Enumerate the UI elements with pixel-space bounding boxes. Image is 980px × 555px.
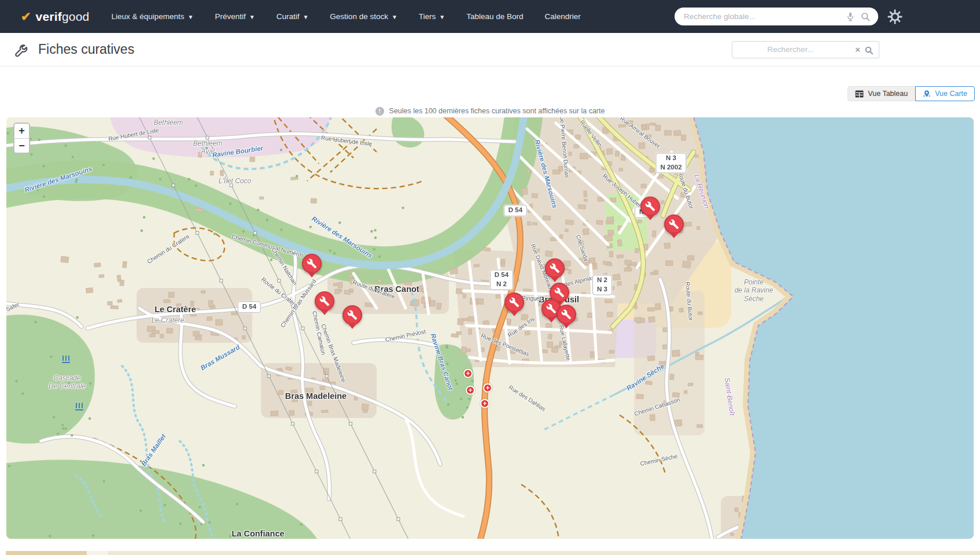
nav-item-gestion-de-stock[interactable]: Gestion de stock▼ <box>330 12 397 21</box>
map-label-street: Chemin Cabasson <box>633 397 681 418</box>
map-label-street: Route du Cratère <box>352 279 396 301</box>
map-label-street: Ruelle Vellin <box>578 119 603 149</box>
road-shield: N 3 N 2002 <box>655 153 686 173</box>
clear-search-icon[interactable]: × <box>855 45 860 55</box>
road-shield: D 54 N 2 <box>490 269 513 290</box>
map-notice: ! Seules les 100 dernières fiches curati… <box>0 106 980 116</box>
map-label-water: Bras Maillet <box>140 433 168 468</box>
table-grid-icon <box>855 90 864 98</box>
map-label-street: Chemin du Cratère <box>146 233 190 265</box>
toolbar-row: Vue Tableau Vue Carte <box>0 86 980 101</box>
fiche-curative-marker[interactable] <box>557 305 576 324</box>
map-label-locality: L'Îlet Coco <box>219 177 251 185</box>
chevron-down-icon: ▼ <box>249 14 255 20</box>
road-shield: D 54 <box>504 205 527 216</box>
fiche-curative-marker[interactable] <box>545 258 565 278</box>
road-shield: N 2 N 3 <box>592 275 612 295</box>
map-label-street: Rue des Dahlias <box>507 384 547 413</box>
hospital-icon: + <box>480 399 489 408</box>
hospital-icon: + <box>463 369 473 378</box>
map-label-street: Chemin Prévost <box>385 328 426 344</box>
global-search-input[interactable] <box>684 12 845 21</box>
map-label-town: La Confiance <box>231 529 284 539</box>
view-table-button[interactable]: Vue Tableau <box>848 86 915 101</box>
nav-item-lieux-equipements[interactable]: Lieux & équipements▼ <box>112 12 194 21</box>
logo-check-icon: ✔ <box>21 10 31 23</box>
view-map-button[interactable]: Vue Carte <box>915 86 975 101</box>
brand-logo[interactable]: ✔ verifgood <box>21 10 90 24</box>
map-label-street: Cité Sarda <box>574 234 590 262</box>
chevron-down-icon: ▼ <box>188 14 194 20</box>
fiche-curative-marker[interactable] <box>315 291 334 311</box>
map-label-street: Chemin Bras Madeleine <box>319 323 347 383</box>
top-navbar: ✔ verifgood Lieux & équipements▼Préventi… <box>0 0 980 33</box>
map-label-water: Rivière des Marsouins <box>24 165 93 195</box>
map-pin-icon <box>923 90 931 98</box>
nav-right <box>675 0 902 33</box>
map-label-water: Rivière des Marsouins <box>533 139 559 209</box>
map-label-street: Pinguet <box>522 295 541 302</box>
nav-item-label: Lieux & équipements <box>112 12 185 21</box>
nav-item-label: Tiers <box>419 12 436 21</box>
map-label-locality: Bethléem <box>154 119 183 127</box>
nav-item-curatif[interactable]: Curatif▼ <box>277 12 309 21</box>
map-container[interactable]: BethléemBethléem AvalL'Îlet CocoLe Cratè… <box>6 117 974 539</box>
map-label-street: Route du Butor <box>676 171 695 210</box>
microphone-icon[interactable] <box>845 11 856 23</box>
map-label-street: Rue Joseph Hubert <box>601 173 644 210</box>
map-label-street: Chemin Natchan <box>270 246 299 287</box>
map-label-locality: Bethléem Aval <box>193 139 223 156</box>
map-label-water: Rivière des Marsouins <box>310 215 374 260</box>
map-label-street: Rue Amiral Bouvet <box>618 117 661 150</box>
nav-item-tiers[interactable]: Tiers▼ <box>419 12 445 21</box>
chevron-down-icon: ▼ <box>439 14 445 20</box>
chevron-down-icon: ▼ <box>303 14 308 20</box>
zoom-control: + − <box>13 123 30 154</box>
chevron-down-icon: ▼ <box>392 14 397 20</box>
global-search <box>675 8 878 25</box>
page-title: Fiches curatives <box>38 42 134 57</box>
map-label-town: Bras Canot <box>374 284 419 294</box>
search-icon[interactable] <box>864 45 874 56</box>
map-label-locality: Cascade De Centrale <box>49 374 86 391</box>
map-label-locality: Le Cratère <box>152 316 185 324</box>
map-label-town: Le Cratère <box>154 305 196 314</box>
nav-item-label: Gestion de stock <box>330 12 388 21</box>
nav-item-preventif[interactable]: Préventif▼ <box>215 12 255 21</box>
map-label-street: Rue des Poinsettias <box>480 332 530 358</box>
map-overlay: BethléemBethléem AvalL'Îlet CocoLe Cratè… <box>6 117 974 539</box>
page-search: × <box>732 41 879 58</box>
brand-name: verifgood <box>36 10 90 24</box>
road-shield: D 54 <box>238 301 261 313</box>
hospital-icon: + <box>466 386 475 395</box>
page-header: Fiches curatives × <box>0 33 980 66</box>
zoom-out-button[interactable]: − <box>14 138 29 153</box>
map-label-street: Chemin Sèche <box>640 453 679 467</box>
map-label-street: Chemin Safer <box>6 301 20 323</box>
fiche-curative-marker[interactable] <box>342 305 362 325</box>
map-label-water: Bras Mussard <box>200 343 242 372</box>
nav-item-calendrier[interactable]: Calendrier <box>545 12 581 21</box>
info-icon: ! <box>375 107 384 116</box>
nav-item-label: Tableau de Bord <box>466 12 523 21</box>
map-label-admin: La Réunion <box>692 173 712 210</box>
view-map-label: Vue Carte <box>935 90 967 98</box>
zoom-in-button[interactable]: + <box>14 124 29 138</box>
map-label-street: Route du Cratère <box>260 276 299 309</box>
search-icon[interactable] <box>860 11 871 23</box>
nav-item-label: Préventif <box>215 12 246 21</box>
map-label-street: Chemin Bras Mussard <box>279 278 318 329</box>
view-table-label: Vue Tableau <box>868 90 908 98</box>
nav-item-label: Calendrier <box>545 12 581 21</box>
map-label-street: Rue Hubert de Lisle <box>320 135 372 148</box>
fiche-curative-marker[interactable] <box>504 293 524 312</box>
nav-menu: Lieux & équipements▼Préventif▼Curatif▼Ge… <box>112 12 581 21</box>
fiche-curative-marker[interactable] <box>640 197 660 216</box>
fiche-curative-marker[interactable] <box>664 214 684 234</box>
gear-icon[interactable] <box>887 9 902 24</box>
bottom-map-strip <box>0 551 980 555</box>
map-label-street: Rue Hubert de Lisle <box>108 127 159 142</box>
nav-item-tableau-de-bord[interactable]: Tableau de Bord <box>466 12 523 21</box>
fiche-curative-marker[interactable] <box>302 254 322 273</box>
map-label-water: Ravine Bourbier <box>212 145 264 160</box>
